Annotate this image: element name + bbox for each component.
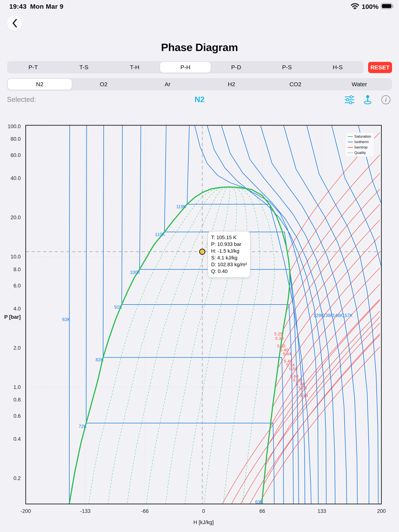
x-tick-label: 0 [202,508,205,514]
chevron-left-icon [12,19,18,28]
sliders-icon[interactable] [344,94,355,105]
tab-substance-ar[interactable]: Ar [135,79,200,90]
tab-substance-co2[interactable]: CO2 [264,79,328,90]
tab-substance-h2[interactable]: H2 [200,79,264,90]
x-axis-title: H [kJ/kg] [193,519,214,525]
chart-legend: Saturation Isotherm Isentrop Quality [345,132,374,157]
isotherm-line-129K [195,125,318,504]
isotherm-label-63K: 63K [62,317,70,322]
tab-t-h[interactable]: T-H [109,62,160,73]
y-tick-label: 6.0 [13,283,21,289]
tab-p-d[interactable]: P-D [211,62,262,73]
isotherm-label-82K: 82K [95,357,104,362]
tab-substance-o2[interactable]: O2 [72,79,136,90]
isentrope-line [250,335,380,504]
x-tick-label: -66 [141,508,149,514]
tab-p-h[interactable]: P-H [160,62,211,73]
isentrope-line [280,220,380,349]
tab-p-t[interactable]: P-T [8,62,59,73]
x-tick-label: 133 [317,508,326,514]
status-time-date: 19:43Mon Mar 9 [9,3,63,10]
legend-label: Saturation [354,134,371,139]
tooltip-quality: Q: 0.40 [211,268,247,275]
substance-segmented-control: N2 O2 Ar H2 CO2 Water [7,78,392,90]
y-tick-label: 4.0 [13,306,21,312]
y-tick-label: 2.0 [13,345,21,351]
tab-t-s[interactable]: T-S [59,62,109,73]
selected-row: Selected: N2 i [0,94,399,105]
y-tick-label: 0.6 [13,413,21,419]
battery-icon [381,3,394,10]
isotherm-label-148K: 148K [332,313,343,318]
saturation-line-swatch [348,136,353,137]
isentrope-label-5.59: 5.59 [289,367,298,371]
back-button[interactable] [7,15,22,31]
isentrope-label-5.44: 5.44 [283,351,291,356]
y-tick-label: 0.4 [13,436,21,442]
isentrope-label-5.30: 5.30 [275,336,284,341]
y-tick-label: 0.8 [13,397,21,403]
isotherm-label-63K: 63K [255,500,263,505]
y-tick-label: 8.0 [13,266,21,272]
isotherm-label-157K: 157K [342,313,353,318]
isotherm-line-110K [165,125,305,504]
x-tick-label: 66 [260,508,265,514]
isotherm-line-swatch [348,142,353,142]
isentrope-label-5.84: 5.84 [300,393,308,398]
wifi-icon [350,3,359,10]
isotherm-label-129K: 129K [313,313,324,318]
legend-item-isentrop: Isentrop [348,145,372,149]
tab-p-s[interactable]: P-S [262,62,312,73]
info-icon[interactable]: i [380,94,391,105]
y-tick-label: 10.0 [10,254,21,260]
isotherm-line-72K [86,125,274,504]
tooltip-entropy: S: 4.1 kJ/kg [211,254,247,261]
isentrope-line [289,173,380,291]
y-tick-label: 20.0 [10,215,21,220]
isentrope-label-5.25: 5.25 [274,331,283,336]
tooltip-temperature: T: 105.15 K [211,234,247,241]
y-axis-title: P [bar] [4,314,21,320]
isentrope-line [286,189,380,311]
page-title: Phase Diagram [0,41,399,54]
status-time: 19:43 [9,3,26,10]
pin-icon[interactable] [362,94,373,105]
y-tick-label: 80.0 [10,136,21,142]
isotherm-label-72K: 72K [79,424,87,429]
quality-line [108,188,223,504]
isentrope-line [264,334,380,485]
status-date: Mon Mar 9 [30,3,63,10]
isotherm-label-138K: 138K [323,313,333,318]
svg-text:i: i [385,97,387,103]
phase-diagram-app: { "status": { "time": "19:43", "date": "… [0,0,399,532]
isentrope-line [290,155,380,272]
y-tick-label: 100.0 [7,124,21,129]
tab-substance-water[interactable]: Water [327,79,391,90]
tooltip-density: D: 102.83 kg/m³ [211,261,247,268]
y-tick-label: 40.0 [10,175,21,181]
quality-line-swatch [348,152,353,153]
legend-item-isotherm: Isotherm [348,140,372,144]
phase-diagram-plot[interactable]: 63K72K82K91K100K110K119K129K138K148K157K… [0,108,399,532]
x-tick-label: 200 [377,508,386,514]
saturation-curve [69,187,290,504]
y-tick-label: 0.2 [13,475,21,481]
isotherm-label-91K: 91K [114,305,122,310]
reset-button[interactable]: RESET [368,62,392,73]
status-bar: 19:43Mon Mar 9 100% [0,3,399,11]
isotherm-line-100K [139,125,299,504]
legend-item-quality: Quality [348,151,372,155]
y-tick-label: 60.0 [10,152,21,158]
legend-label: Isotherm [354,140,369,144]
tab-h-s[interactable]: H-S [312,62,363,73]
isotherm-label-100K: 100K [130,270,140,275]
legend-label: Isentrop [354,145,368,149]
selected-substance-value: N2 [0,95,399,104]
selected-point-marker[interactable] [200,249,205,254]
x-tick-label: -133 [80,508,90,514]
isentrop-line-swatch [348,147,353,148]
isentrope-label-5.79: 5.79 [298,386,307,390]
tab-substance-n2[interactable]: N2 [8,79,72,90]
point-tooltip: T: 105.15 K P: 10.933 bar H: -1.5 kJ/kg … [208,231,251,278]
plot-type-segmented-control: P-T T-S T-H P-H P-D P-S H-S [7,61,364,73]
